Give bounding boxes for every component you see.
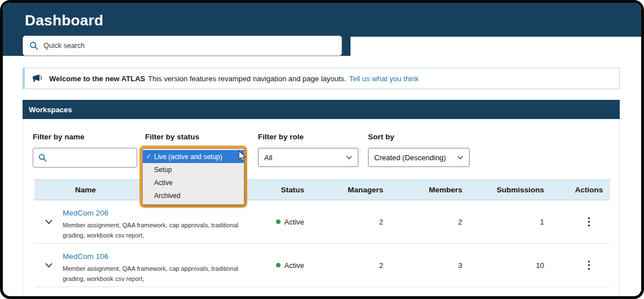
status-option-active[interactable]: Active — [143, 176, 244, 189]
filter-name-input-box[interactable] — [33, 148, 137, 168]
header-status: Status — [255, 186, 311, 194]
workspace-link[interactable]: MedCom 106 — [63, 252, 108, 261]
banner-text: Welcome to the new ATLASThis version fea… — [49, 74, 419, 83]
sort-by-value: Created (Descending) — [374, 153, 446, 162]
megaphone-icon — [32, 74, 43, 83]
filter-status-label: Filter by status — [145, 133, 199, 141]
page-title: Dashboard — [25, 12, 103, 29]
status-dropdown-annotation: ✓ Live (active and setup) Setup Active A… — [139, 146, 247, 208]
app-screen: Dashboard Welcome to the new ATLASThis v… — [3, 3, 641, 296]
quick-search-box[interactable] — [23, 36, 342, 56]
window-frame: Dashboard Welcome to the new ATLASThis v… — [0, 0, 644, 299]
status-option-label: Live (active and setup) — [154, 153, 222, 161]
banner-feedback-link[interactable]: Tell us what you think — [349, 74, 419, 83]
members-count: 2 — [390, 218, 469, 226]
header-actions: Actions — [551, 186, 610, 194]
banner-title: Welcome to the new ATLAS — [49, 74, 145, 83]
status-option-archived[interactable]: Archived — [143, 189, 244, 202]
table-row: MedCom 206 Member assignment, QAA framew… — [34, 200, 610, 244]
row-expander-icon[interactable] — [45, 219, 52, 225]
status-option-label: Active — [154, 179, 173, 187]
search-icon — [38, 153, 47, 162]
workspace-description: Member assignment, QAA framework, cap ap… — [63, 263, 250, 284]
status-option-live[interactable]: ✓ Live (active and setup) — [143, 150, 244, 163]
search-icon — [29, 41, 38, 50]
workspaces-section-header: Workspaces — [23, 100, 620, 119]
status-option-label: Setup — [154, 166, 172, 174]
table-header-row: Name Status Managers Members Submissions… — [34, 179, 610, 200]
workspace-description: Member assignment, QAA framework, cap ap… — [63, 220, 250, 240]
header-managers: Managers — [311, 186, 390, 194]
status-dot — [276, 263, 281, 267]
banner-message: This version features revamped navigatio… — [148, 74, 346, 83]
submissions-count: 1 — [469, 218, 551, 226]
quick-search-input[interactable] — [43, 42, 335, 50]
chevron-down-icon — [457, 156, 463, 160]
filter-role-select[interactable]: All — [258, 148, 358, 167]
status-dropdown-list: ✓ Live (active and setup) Setup Active A… — [142, 148, 244, 205]
chevron-down-icon — [346, 156, 352, 160]
status-option-label: Archived — [154, 192, 181, 200]
welcome-banner: Welcome to the new ATLASThis version fea… — [23, 68, 620, 89]
checkmark-icon: ✓ — [143, 153, 154, 160]
submissions-count: 10 — [469, 261, 551, 270]
kebab-menu-icon[interactable]: ⋮ — [584, 259, 594, 271]
workspaces-title: Workspaces — [29, 105, 72, 114]
members-count: 3 — [390, 261, 469, 270]
workspaces-panel: Filter by name Filter by status Filter b… — [23, 119, 620, 296]
managers-count: 2 — [311, 218, 390, 226]
table-row: MedCom 106 Member assignment, QAA framew… — [34, 244, 610, 287]
status-option-setup[interactable]: Setup — [143, 163, 244, 176]
status-dot — [276, 219, 281, 224]
sort-by-label: Sort by — [368, 133, 395, 141]
workspace-link[interactable]: MedCom 206 — [63, 209, 108, 217]
filter-name-input[interactable] — [51, 153, 119, 162]
kebab-menu-icon[interactable]: ⋮ — [584, 216, 594, 227]
status-text: Active — [284, 261, 304, 270]
managers-count: 2 — [311, 261, 390, 270]
sort-by-select[interactable]: Created (Descending) — [368, 148, 470, 167]
filter-role-value: All — [264, 153, 272, 162]
row-expander-icon[interactable] — [45, 263, 52, 268]
header-submissions: Submissions — [469, 186, 551, 194]
filter-name-label: Filter by name — [33, 133, 85, 141]
header-members: Members — [390, 186, 469, 194]
status-text: Active — [284, 218, 304, 226]
filter-role-label: Filter by role — [258, 133, 304, 141]
workspaces-table: Name Status Managers Members Submissions… — [34, 179, 610, 287]
